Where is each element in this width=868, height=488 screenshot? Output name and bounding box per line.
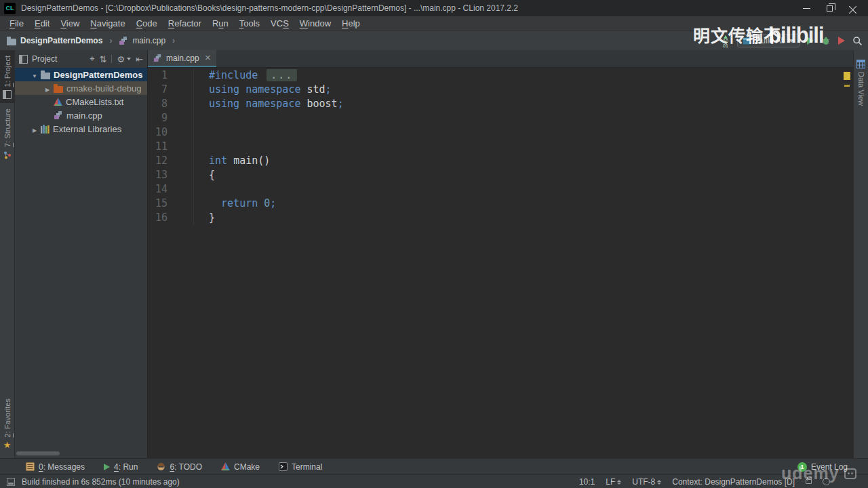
close-tab-icon[interactable]: ✕ <box>203 54 211 62</box>
encoding-select[interactable]: UTF-8 <box>632 477 661 487</box>
menu-view[interactable]: View <box>55 18 85 28</box>
code-line: 7using namespace std; <box>148 83 853 97</box>
menu-vcs[interactable]: VCS <box>265 18 294 28</box>
breadcrumb-project[interactable]: DesignPatternDemos <box>20 36 102 45</box>
collapse-arrow-icon[interactable] <box>30 124 39 134</box>
event-log-label: Event Log <box>811 462 848 472</box>
locate-icon[interactable] <box>90 54 94 64</box>
left-tool-stripe: 1: Project 7: Structure 2: Favorites ★ <box>0 50 15 458</box>
main-area: 1: Project 7: Structure 2: Favorites ★ <box>0 50 868 458</box>
menu-edit[interactable]: Edit <box>29 18 55 28</box>
code-token: #include <box>209 69 264 81</box>
lock-icon[interactable] <box>806 479 812 484</box>
highlighting-level-icon[interactable] <box>823 478 830 485</box>
tree-item-external-libraries[interactable]: External Libraries <box>15 122 147 136</box>
tree-item-cmake-build-debug[interactable]: cmake-build-debug <box>15 81 147 95</box>
cmake-icon <box>54 98 62 106</box>
tree-item-main-cpp[interactable]: main.cpp <box>15 108 147 122</box>
menu-tools[interactable]: Tools <box>234 18 265 28</box>
build-config-icon <box>743 37 751 45</box>
event-log-button[interactable]: 1 Event Log <box>797 462 848 472</box>
updown-icon <box>657 480 661 485</box>
expand-arrow-icon[interactable] <box>30 70 39 80</box>
folder-icon <box>41 73 50 79</box>
menu-refactor[interactable]: Refactor <box>163 18 207 28</box>
minimize-button[interactable] <box>795 0 818 16</box>
tree-item-label: main.cpp <box>66 110 102 121</box>
code-line: 15 return 0; <box>148 197 853 211</box>
star-icon: ★ <box>3 440 12 450</box>
run-button[interactable] <box>807 37 814 45</box>
tree-item-label: External Libraries <box>53 124 121 134</box>
close-button[interactable] <box>841 0 864 16</box>
debug-button[interactable] <box>821 36 831 45</box>
warning-stripe-mark[interactable] <box>844 85 850 87</box>
code-token: { <box>209 169 215 181</box>
minimize-icon <box>803 8 810 9</box>
toolwindow-todo[interactable]: 6: TODO <box>147 459 212 474</box>
tool-stripe-structure[interactable]: 7: Structure <box>0 103 15 163</box>
restore-button[interactable] <box>818 0 841 16</box>
menu-window[interactable]: Window <box>294 18 336 28</box>
tool-stripe-data-view[interactable]: Data View <box>854 54 868 110</box>
line-number: 11 <box>148 140 194 154</box>
code-line: 8using namespace boost; <box>148 97 853 111</box>
code-line: 10 <box>148 125 853 140</box>
line-number: 8 <box>148 97 194 111</box>
code-editor[interactable]: 1#include ... 7using namespace std; 8usi… <box>148 68 853 458</box>
tree-item-root[interactable]: DesignPatternDemos C:\Dro <box>15 68 147 81</box>
breadcrumb-file[interactable]: main.cpp <box>132 36 165 45</box>
menu-help[interactable]: Help <box>336 18 366 28</box>
line-number: 12 <box>148 154 194 168</box>
right-tool-stripe: Data View <box>853 50 868 458</box>
code-token: std <box>307 83 326 96</box>
cpp-file-icon <box>119 36 128 45</box>
menu-run[interactable]: Run <box>207 18 234 28</box>
toolwindow-switcher-icon[interactable] <box>7 478 15 486</box>
menu-navigate[interactable]: Navigate <box>85 18 130 28</box>
line-ending-select[interactable]: LF <box>606 477 621 487</box>
warning-stripe-mark[interactable] <box>844 72 850 80</box>
chevron-down-icon <box>127 58 131 60</box>
tool-stripe-label: Data View <box>857 72 865 106</box>
toolwindow-run[interactable]: 4: Run <box>94 459 147 474</box>
navigation-bar: DesignPatternDemos › main.cpp › Build Al… <box>0 31 868 50</box>
caret-position[interactable]: 10:1 <box>579 477 595 487</box>
messages-icon <box>26 462 35 471</box>
toolwindow-terminal[interactable]: Terminal <box>269 459 332 474</box>
resolve-context[interactable]: Context: DesignPatternDemos [D] <box>672 477 795 487</box>
line-number: 15 <box>148 197 194 211</box>
clion-window: CL DesignPatternDemos - [C:\Dropbox\Publ… <box>0 0 868 488</box>
tab-main-cpp[interactable]: main.cpp ✕ <box>148 50 216 67</box>
restore-icon <box>827 5 833 12</box>
toolwindow-messages[interactable]: 0: Messages <box>16 459 94 474</box>
coverage-icon[interactable] <box>838 37 845 45</box>
code-line: 16} <box>148 211 853 225</box>
folded-code-chip[interactable]: ... <box>267 69 297 81</box>
tool-stripe-project[interactable]: 1: Project <box>0 50 15 103</box>
toolwindow-cmake[interactable]: CMake <box>212 459 269 474</box>
code-token: int <box>209 155 233 167</box>
tree-item-label: DesignPatternDemos <box>54 70 142 80</box>
menu-file[interactable]: File <box>4 18 29 28</box>
tree-item-cmakelists[interactable]: CMakeLists.txt <box>15 95 147 108</box>
tool-stripe-favorites[interactable]: 2: Favorites ★ <box>0 393 15 458</box>
chevron-right-icon: › <box>170 36 178 45</box>
code-line: 11 <box>148 140 853 154</box>
code-token: main() <box>233 155 270 167</box>
hide-panel-icon[interactable] <box>136 54 143 64</box>
code-token: 0 <box>264 197 270 209</box>
tab-label: main.cpp <box>166 54 199 63</box>
run-configuration-select[interactable]: Build All <box>737 34 800 47</box>
tool-window-bar: 0: Messages 4: Run 6: TODO CMake <box>0 458 868 474</box>
collapse-all-icon[interactable] <box>100 54 107 64</box>
menu-code[interactable]: Code <box>131 18 163 28</box>
collapse-arrow-icon[interactable] <box>43 83 52 94</box>
horizontal-scrollbar[interactable] <box>16 451 60 455</box>
code-token: return <box>209 197 264 209</box>
search-everywhere-icon[interactable] <box>852 36 863 46</box>
code-token: using namespace <box>209 83 307 96</box>
gear-icon[interactable] <box>117 54 125 64</box>
code-token: ; <box>270 197 276 209</box>
line-number: 10 <box>148 125 194 140</box>
